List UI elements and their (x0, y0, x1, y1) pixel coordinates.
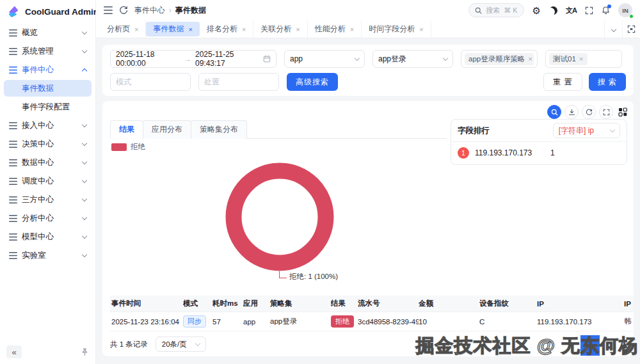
sidebar-item-overview[interactable]: 概览 (4, 24, 92, 41)
fullscreen-icon[interactable] (585, 6, 593, 15)
sidebar-item-system[interactable]: 系统管理 (4, 43, 92, 59)
toggle-search-icon[interactable] (547, 105, 561, 119)
page-size-select[interactable]: 20条/页 (156, 336, 206, 352)
chevron-down-icon (610, 127, 615, 132)
refresh-icon[interactable] (119, 6, 128, 15)
reset-button[interactable]: 重 置 (543, 73, 582, 91)
download-icon[interactable] (564, 105, 579, 119)
close-icon[interactable]: × (134, 26, 138, 33)
avatar-initials: IN (622, 7, 628, 14)
app-select[interactable]: app (284, 50, 365, 68)
user-avatar[interactable]: IN (618, 3, 632, 17)
watermark-text: 掘金技术社区 @ 无 (416, 335, 580, 356)
sidebar-item-model-center[interactable]: 模型中心 (4, 228, 92, 245)
tab-menu-dropdown[interactable] (604, 20, 622, 38)
col-strategy-set: 策略集 (270, 299, 331, 308)
watermark-text: 何杨 (600, 335, 638, 356)
menu-collapse-icon[interactable] (104, 6, 113, 14)
filter-actions: 重 置 搜 索 (543, 73, 626, 91)
tab-result[interactable]: 结果 (110, 120, 143, 139)
sidebar-item-thirdparty-center[interactable]: 三方中心 (4, 191, 92, 208)
search-button[interactable]: 搜 索 (589, 73, 626, 91)
tab-event-data[interactable]: 事件数据× (146, 22, 199, 36)
close-icon[interactable]: × (242, 26, 246, 33)
date-range-picker[interactable]: 2025-11-18 00:00:00 → 2025-11-25 09:43:1… (110, 50, 276, 68)
language-icon[interactable]: 文A (566, 6, 577, 15)
chart-legend[interactable]: 拒绝 (111, 142, 145, 152)
chevron-down-icon (82, 251, 87, 257)
tab-analysis-page[interactable]: 分析页× (100, 20, 146, 38)
app-select-value: app (290, 54, 303, 63)
column-settings-icon[interactable] (618, 107, 627, 116)
sidebar-item-lab[interactable]: 实验室 (4, 247, 92, 264)
sidebar-menu: 概览 系统管理 事件中心 事件数据 事件字段配置 接入中心 决策中心 (0, 23, 95, 345)
strategy-set-select[interactable]: app登录 (372, 50, 453, 68)
strategy-tag-label: app登录顺序策略 (468, 54, 525, 64)
tag-close-icon[interactable]: × (528, 55, 532, 63)
close-icon[interactable]: × (419, 26, 423, 33)
sidebar-item-event-center[interactable]: 事件中心 (4, 61, 92, 78)
table-row[interactable]: 2025-11-23 23:16:04 同步 57 app app登录 拒绝 3… (110, 312, 634, 331)
col-cost: 耗时ms (212, 299, 243, 308)
moon-icon (549, 6, 557, 15)
tab-ranking-analysis[interactable]: 排名分析× (200, 20, 253, 38)
menu-lines-icon (9, 215, 17, 222)
close-icon[interactable]: × (296, 26, 300, 33)
tab-time-field-analysis[interactable]: 时间字段分析× (362, 20, 431, 38)
record-count: 共 1 条记录 (110, 340, 148, 349)
sidebar-item-label: 事件字段配置 (22, 102, 70, 113)
tab-performance-analysis[interactable]: 性能分析× (308, 20, 362, 38)
header-actions: 搜索 ⌘ K ⚙ 文A IN (468, 3, 632, 17)
cell-ip2: 韩 (624, 317, 634, 326)
card-toolbar (547, 105, 627, 119)
gear-icon[interactable]: ⚙ (532, 6, 541, 15)
donut-chart (225, 162, 334, 271)
advanced-search-button[interactable]: 高级搜索 (287, 73, 338, 91)
label-line (279, 271, 287, 278)
disposal-input[interactable] (198, 73, 279, 91)
breadcrumb-parent[interactable]: 事件中心 (134, 5, 165, 16)
chevron-down-icon (82, 196, 87, 201)
dark-mode-icon[interactable] (549, 6, 557, 15)
strategy-tag: app登录顺序策略 × (465, 53, 534, 65)
tab-correlation-analysis[interactable]: 关联分析× (253, 20, 307, 38)
tab-label: 关联分析 (260, 24, 291, 35)
tag-close-icon[interactable]: × (579, 55, 584, 63)
result-card: 结果 应用分布 策略集分布 拒绝 拒绝: 1 (100%) (102, 101, 634, 356)
tab-app-distribution[interactable]: 应用分布 (143, 120, 191, 139)
sidebar-item-event-field-config[interactable]: 事件字段配置 (4, 99, 92, 115)
col-serial: 流水号 (358, 299, 419, 308)
sidebar-item-decision-center[interactable]: 决策中心 (4, 136, 92, 152)
cell-mode: 同步 (183, 315, 212, 328)
filter-row-1: 2025-11-18 00:00:00 → 2025-11-25 09:43:1… (110, 50, 626, 68)
tab-strategy-distribution[interactable]: 策略集分布 (191, 120, 247, 139)
sidebar-item-data-center[interactable]: 数据中心 (4, 154, 92, 171)
policy-multiselect[interactable]: 测试01 × (545, 50, 622, 68)
mode-input[interactable] (110, 73, 191, 91)
sidebar-item-label: 事件中心 (22, 65, 54, 75)
sidebar-collapse-button[interactable]: « (6, 345, 22, 358)
close-icon[interactable]: × (350, 26, 354, 33)
ranking-field-select[interactable]: [字符串] ip (553, 123, 620, 138)
cell-fingerprint: C (479, 318, 537, 326)
sidebar-item-analysis-center[interactable]: 分析中心 (4, 210, 92, 226)
reload-icon[interactable] (582, 105, 596, 119)
reject-tag: 拒绝 (331, 315, 354, 328)
search-shortcut: ⌘ K (504, 6, 517, 15)
close-icon[interactable]: × (188, 26, 192, 33)
logo-row[interactable]: CoolGuard Admin (0, 0, 95, 23)
ranking-title: 字段排行 (458, 125, 490, 136)
global-search[interactable]: 搜索 ⌘ K (468, 3, 524, 17)
content-fullscreen-icon[interactable] (622, 20, 640, 38)
sidebar-item-event-data[interactable]: 事件数据 (4, 80, 92, 97)
cell-ip: 119.193.170.173 (537, 318, 624, 326)
notification-bell-icon[interactable] (602, 6, 610, 15)
sidebar-item-access-center[interactable]: 接入中心 (4, 117, 92, 134)
expand-icon[interactable] (599, 105, 613, 119)
ranking-item[interactable]: 1 119.193.170.173 1 (451, 142, 627, 164)
pin-icon[interactable] (81, 348, 89, 356)
col-event-time: 事件时间 (110, 299, 183, 308)
donut-ring-reject[interactable] (234, 171, 326, 263)
strategy-multiselect[interactable]: app登录顺序策略 × (461, 50, 538, 68)
sidebar-item-schedule-center[interactable]: 调度中心 (4, 173, 92, 189)
